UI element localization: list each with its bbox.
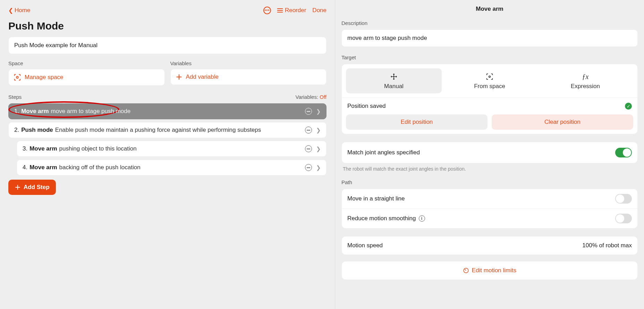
straight-line-row: Move in a straight line: [342, 189, 637, 208]
fx-icon: ƒx: [540, 72, 630, 81]
step-name: Push mode: [21, 127, 53, 134]
path-card: Move in a straight line Reduce motion sm…: [341, 189, 638, 229]
tab-expression-label: Expression: [571, 83, 600, 89]
home-label: Home: [15, 7, 30, 14]
description-value: Push Mode example for Manual: [14, 42, 98, 49]
check-icon: ✓: [625, 103, 632, 110]
description-label: Description: [341, 20, 638, 26]
chevron-right-icon: ❯: [316, 108, 321, 115]
step-desc: move arm to stage push mode: [51, 108, 131, 115]
description-field-value: move arm to stage push mode: [347, 35, 427, 41]
page-title: Push Mode: [8, 20, 327, 32]
reorder-icon: [277, 8, 283, 12]
tab-from-space-label: From space: [474, 83, 505, 89]
target-label: Target: [341, 54, 638, 60]
reduce-smoothing-label: Reduce motion smoothing: [347, 215, 416, 222]
target-card: Manual From space ƒx Expression Position…: [341, 64, 638, 134]
manage-space-button[interactable]: Manage space: [8, 69, 165, 86]
gauge-icon: [463, 267, 469, 274]
space-label: Space: [8, 60, 165, 66]
match-joint-hint: The robot will match the exact joint ang…: [341, 163, 638, 172]
space-icon: [14, 74, 21, 81]
motion-speed-label: Motion speed: [347, 242, 383, 249]
step-num: 1.: [14, 108, 19, 115]
plus-icon: [176, 74, 183, 80]
step-overflow-icon[interactable]: •••: [305, 127, 312, 134]
edit-motion-limits-button[interactable]: Edit motion limits: [341, 261, 638, 280]
step-desc: Enable push mode maintain a pushing forc…: [55, 127, 261, 134]
steps-label: Steps: [8, 94, 22, 100]
reduce-smoothing-toggle[interactable]: [615, 214, 632, 223]
top-bar: ❮ Home ••• Reorder Done: [8, 4, 327, 17]
step-row-2[interactable]: 2. Push mode Enable push mode maintain a…: [8, 122, 327, 138]
done-button[interactable]: Done: [312, 7, 327, 14]
position-saved-row: Position saved ✓: [342, 97, 637, 114]
step-desc: backing off of the push location: [59, 164, 141, 171]
plus-icon: [15, 184, 21, 190]
chevron-right-icon: ❯: [316, 127, 321, 134]
edit-motion-limits-label: Edit motion limits: [472, 267, 516, 274]
target-tabs: Manual From space ƒx Expression: [342, 64, 637, 97]
motion-speed-value: 100% of robot max: [582, 242, 632, 249]
variables-word: Variables:: [296, 94, 319, 100]
match-joint-toggle[interactable]: [615, 148, 632, 157]
tab-manual[interactable]: Manual: [346, 68, 442, 93]
add-variable-label: Add variable: [186, 74, 219, 80]
step-desc: pushing object to this location: [59, 145, 137, 152]
add-variable-button[interactable]: Add variable: [170, 69, 327, 85]
step-name: Move arm: [21, 108, 49, 115]
reorder-button[interactable]: Reorder: [277, 7, 306, 14]
steps-list: 1. Move arm move arm to stage push mode …: [8, 103, 327, 175]
step-name: Move arm: [29, 164, 57, 171]
info-icon[interactable]: i: [419, 215, 425, 222]
tab-expression[interactable]: ƒx Expression: [537, 68, 633, 93]
svg-point-1: [489, 76, 491, 78]
detail-title: Move arm: [341, 6, 638, 12]
space-icon: [444, 72, 535, 81]
edit-position-label: Edit position: [401, 119, 433, 125]
tab-from-space[interactable]: From space: [442, 68, 537, 93]
step-name: Move arm: [29, 145, 57, 152]
edit-position-button[interactable]: Edit position: [346, 114, 488, 130]
straight-line-label: Move in a straight line: [347, 195, 405, 202]
step-num: 4.: [23, 164, 27, 171]
steps-header: Steps Variables: Off: [8, 94, 327, 100]
step-row-4[interactable]: 4. Move arm backing off of the push loca…: [17, 160, 327, 175]
reduce-smoothing-row: Reduce motion smoothing i: [342, 208, 637, 228]
description-field[interactable]: move arm to stage push mode: [341, 29, 638, 47]
move-icon: [349, 72, 439, 81]
step-row-3[interactable]: 3. Move arm pushing object to this locat…: [17, 141, 327, 157]
done-label: Done: [312, 7, 327, 14]
step-overflow-icon[interactable]: •••: [305, 164, 312, 171]
description-input[interactable]: Push Mode example for Manual: [8, 37, 327, 54]
overflow-icon[interactable]: •••: [263, 7, 271, 14]
step-overflow-icon[interactable]: •••: [305, 145, 312, 152]
reorder-label: Reorder: [285, 7, 306, 14]
manage-space-label: Manage space: [25, 74, 63, 81]
step-num: 2.: [14, 127, 19, 134]
home-link[interactable]: ❮ Home: [8, 7, 30, 14]
chevron-right-icon: ❯: [316, 146, 321, 152]
variables-label: Variables: [170, 60, 327, 66]
top-actions: ••• Reorder Done: [263, 7, 327, 14]
right-panel: Move arm Description move arm to stage p…: [335, 0, 644, 309]
add-step-label: Add Step: [24, 184, 50, 191]
add-step-button[interactable]: Add Step: [8, 180, 56, 195]
left-panel: ❮ Home ••• Reorder Done Push Mode Push M…: [0, 0, 335, 309]
step-row-1[interactable]: 1. Move arm move arm to stage push mode …: [8, 103, 327, 119]
svg-point-0: [16, 76, 18, 78]
variables-toggle[interactable]: Variables: Off: [296, 94, 327, 100]
variables-state: Off: [320, 94, 327, 100]
step-num: 3.: [23, 145, 27, 152]
match-joint-label: Match joint angles specified: [347, 149, 420, 156]
clear-position-button[interactable]: Clear position: [492, 114, 633, 130]
clear-position-label: Clear position: [544, 119, 581, 125]
motion-speed-row[interactable]: Motion speed 100% of robot max: [341, 236, 638, 255]
tab-manual-label: Manual: [384, 83, 404, 89]
match-joint-row: Match joint angles specified: [341, 142, 638, 163]
chevron-left-icon: ❮: [8, 7, 13, 14]
step-overflow-icon[interactable]: •••: [305, 108, 312, 115]
path-label: Path: [341, 179, 638, 185]
straight-line-toggle[interactable]: [615, 194, 632, 204]
chevron-right-icon: ❯: [316, 164, 321, 171]
